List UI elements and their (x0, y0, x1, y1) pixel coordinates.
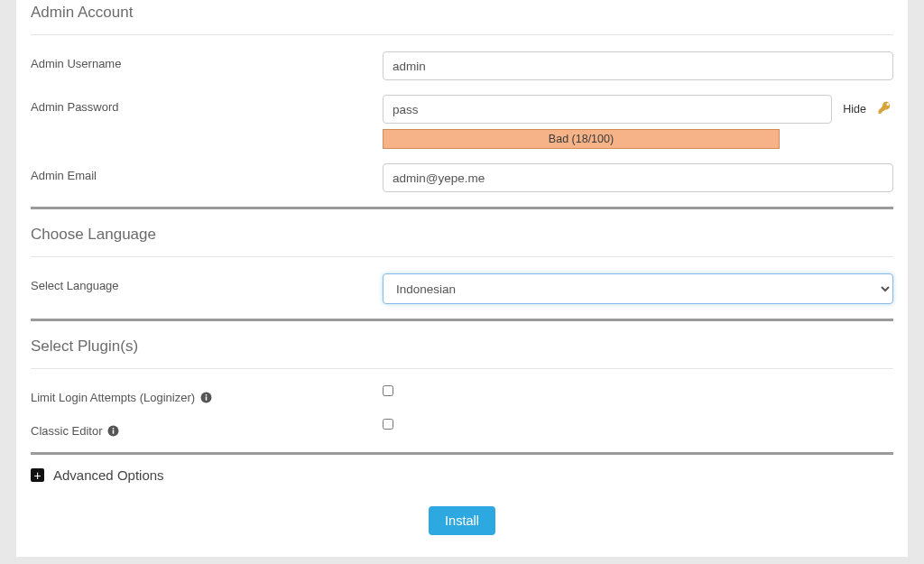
divider (31, 256, 893, 257)
svg-rect-4 (113, 430, 115, 433)
admin-password-row: Admin Password Hide Bad (18/100) (31, 95, 893, 149)
plugin-loginizer-checkbox[interactable] (383, 385, 393, 396)
svg-rect-2 (206, 394, 208, 396)
info-icon[interactable] (200, 392, 212, 403)
plugin-classic-editor-checkbox[interactable] (383, 419, 393, 430)
select-plugins-title: Select Plugin(s) (31, 334, 893, 356)
admin-password-label: Admin Password (31, 95, 383, 114)
plus-icon: + (31, 468, 44, 482)
plugin-classic-editor-row: Classic Editor (31, 419, 893, 438)
admin-username-input[interactable] (383, 51, 893, 80)
divider (31, 368, 893, 369)
plugin-loginizer-label: Limit Login Attempts (Loginizer) (31, 391, 195, 404)
admin-username-row: Admin Username (31, 51, 893, 80)
advanced-options-toggle[interactable]: + Advanced Options (31, 467, 893, 483)
admin-password-input[interactable] (383, 95, 832, 124)
admin-account-title: Admin Account (31, 0, 893, 22)
language-select[interactable]: Indonesian (383, 273, 893, 304)
password-strength-bar: Bad (18/100) (383, 129, 780, 149)
svg-rect-1 (206, 396, 208, 400)
select-language-row: Select Language Indonesian (31, 273, 893, 304)
info-icon[interactable] (107, 425, 119, 437)
hide-password-toggle[interactable]: Hide (843, 103, 866, 116)
admin-email-row: Admin Email (31, 163, 893, 192)
admin-email-input[interactable] (383, 163, 893, 192)
section-divider (31, 319, 893, 321)
admin-email-label: Admin Email (31, 163, 383, 182)
plugin-loginizer-row: Limit Login Attempts (Loginizer) (31, 385, 893, 404)
select-language-label: Select Language (31, 273, 383, 292)
install-button[interactable]: Install (429, 506, 495, 535)
advanced-options-label: Advanced Options (53, 467, 164, 483)
key-icon[interactable] (877, 100, 893, 119)
svg-rect-5 (113, 428, 115, 430)
admin-username-label: Admin Username (31, 51, 383, 70)
choose-language-title: Choose Language (31, 222, 893, 244)
plugin-classic-editor-label: Classic Editor (31, 424, 102, 438)
section-divider (31, 207, 893, 209)
divider (31, 34, 893, 35)
section-divider (31, 452, 893, 455)
